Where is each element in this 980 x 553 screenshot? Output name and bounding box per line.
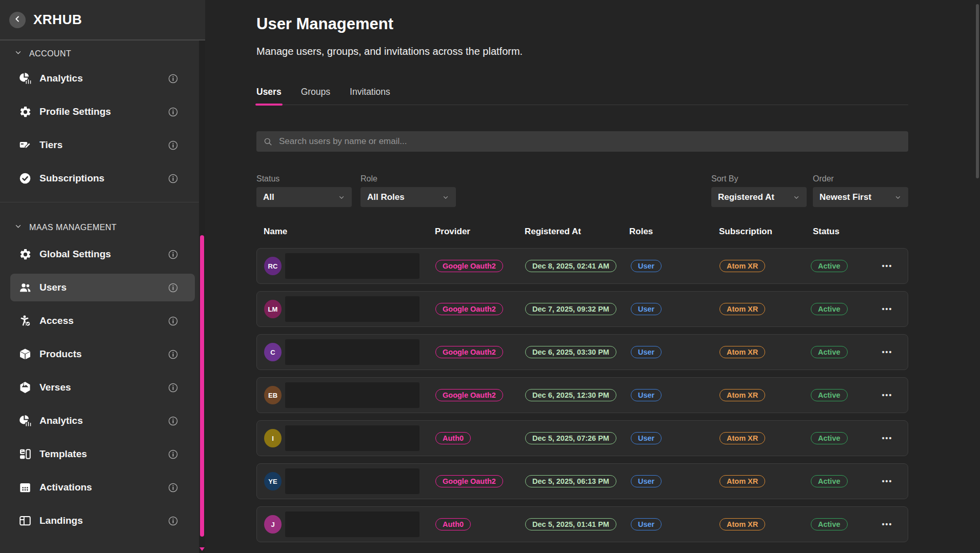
templates-icon [18,447,32,461]
chevron-down-icon [338,194,345,201]
registered-at-badge: Dec 6, 2025, 03:30 PM [525,346,616,358]
order-filter-label: Order [813,174,908,183]
card-pen-icon [18,138,32,152]
info-icon[interactable] [168,73,178,84]
sidebar-scrollbar-track[interactable] [199,40,205,553]
tab-invitations[interactable]: Invitations [350,87,390,105]
status-badge: Active [811,518,848,530]
sidebar-item-profile-settings[interactable]: Profile Settings [10,98,195,126]
row-menu-button[interactable]: ••• [876,262,898,270]
row-menu-button[interactable]: ••• [876,348,898,356]
status-badge: Active [811,260,848,272]
table-header: Name Provider Registered At Roles Subscr… [256,227,908,238]
role-filter-label: Role [361,174,456,183]
row-menu-button[interactable]: ••• [876,391,898,399]
page-subtitle: Manage users, groups, and invitations ac… [256,45,908,58]
row-menu-button[interactable]: ••• [876,434,898,442]
registered-at-badge: Dec 8, 2025, 02:41 AM [525,260,616,272]
sidebar-header: XRHUB [0,0,205,40]
sidebar-item-global-settings[interactable]: Global Settings [10,240,195,268]
page-title: User Management [256,14,908,34]
sidebar-item-label: Subscriptions [39,173,105,184]
provider-badge: Google Oauth2 [435,475,503,487]
chevron-down-icon [442,194,449,201]
filters-row: Status All Role All Roles Sort By Regist… [256,174,908,207]
page-scrollbar-thumb[interactable] [976,4,979,178]
role-filter-dropdown[interactable]: All Roles [361,187,456,207]
sidebar-item-verses[interactable]: Verses [10,374,195,401]
sidebar-item-users[interactable]: Users [10,274,195,301]
sidebar-section-label: MAAS MANAGEMENT [29,223,116,232]
row-menu-button[interactable]: ••• [876,520,898,528]
role-badge: User [631,303,662,315]
sidebar-item-templates[interactable]: Templates [10,440,195,468]
sidebar-section-maas-management[interactable]: MAAS MANAGEMENT [14,222,205,232]
info-icon[interactable] [168,416,178,426]
pie-chart-icon [18,72,32,85]
sidebar-item-landings[interactable]: Landings [10,507,195,535]
sidebar-item-activations[interactable]: Activations [10,474,195,501]
sidebar-item-products[interactable]: Products [10,340,195,368]
table-row: IAuth0Dec 5, 2025, 07:26 PMUserAtom XRAc… [256,420,908,456]
info-icon[interactable] [168,382,178,393]
sort-by-dropdown[interactable]: Registered At [711,187,807,207]
info-icon[interactable] [168,316,178,326]
provider-badge: Google Oauth2 [435,346,503,358]
status-badge: Active [811,475,848,487]
column-status: Status [813,227,839,237]
sidebar-section-account[interactable]: ACCOUNT [14,49,205,58]
sidebar-scrollbar-thumb[interactable] [200,235,204,537]
row-menu-button[interactable]: ••• [876,305,898,313]
sidebar-item-label: Users [39,282,67,293]
search-input[interactable] [278,136,902,147]
search-box[interactable] [256,131,908,152]
back-button[interactable] [9,12,26,28]
order-dropdown[interactable]: Newest First [813,187,908,207]
info-icon[interactable] [168,449,178,460]
scrollbar-down-arrow-icon[interactable] [199,547,205,551]
sidebar-item-access[interactable]: Access [10,307,195,335]
gear-icon [18,105,32,118]
avatar: J [264,515,282,534]
role-filter: Role All Roles [361,174,456,207]
role-badge: User [631,260,662,272]
chevron-left-icon [13,14,22,26]
status-badge: Active [811,346,848,358]
tab-groups[interactable]: Groups [301,87,330,105]
role-badge: User [631,475,662,487]
avatar: EB [264,386,282,404]
avatar: RC [264,257,282,275]
info-icon[interactable] [168,482,178,493]
info-icon[interactable] [168,140,178,151]
user-table: RCGoogle Oauth2Dec 8, 2025, 02:41 AMUser… [256,248,908,542]
pie-chart-icon [18,414,32,427]
info-icon[interactable] [168,173,178,184]
column-name: Name [264,227,287,237]
avatar: C [264,343,282,361]
status-badge: Active [811,432,848,444]
tab-users[interactable]: Users [256,87,282,105]
sidebar-item-analytics[interactable]: Analytics [10,65,195,92]
subscription-badge: Atom XR [719,518,765,530]
provider-badge: Auth0 [435,432,471,444]
info-icon[interactable] [168,349,178,360]
avatar: I [264,429,282,447]
sidebar-item-subscriptions[interactable]: Subscriptions [10,165,195,192]
provider-badge: Google Oauth2 [435,303,503,315]
info-icon[interactable] [168,107,178,117]
info-icon[interactable] [168,282,178,293]
sidebar-item-label: Landings [39,515,83,526]
role-badge: User [631,518,662,530]
status-filter-dropdown[interactable]: All [256,187,352,207]
info-icon[interactable] [168,516,178,526]
table-row: CGoogle Oauth2Dec 6, 2025, 03:30 PMUserA… [256,334,908,370]
info-icon[interactable] [168,249,178,260]
sidebar-item-analytics[interactable]: Analytics [10,407,195,435]
sidebar-item-tiers[interactable]: Tiers [10,131,195,159]
name-redacted-box [285,339,419,365]
check-circle-icon [18,172,32,185]
name-redacted-box [285,296,419,322]
sort-by-filter-label: Sort By [711,174,807,183]
row-menu-button[interactable]: ••• [876,477,898,485]
box-icon [18,347,32,361]
